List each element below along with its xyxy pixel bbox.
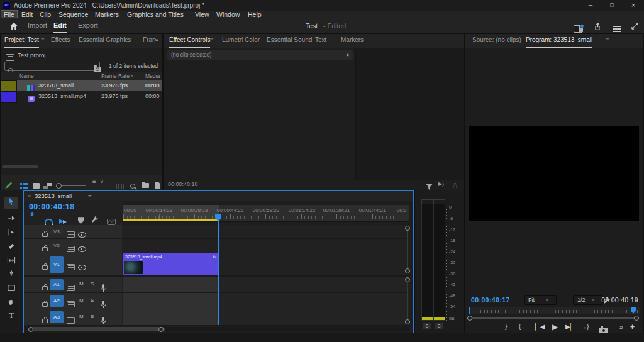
lock-icon[interactable] [42,228,48,239]
tab-essential-graphics[interactable]: Essential Graphics [79,34,131,47]
solo-button[interactable]: S [91,314,94,319]
track-content-a2[interactable] [123,293,409,309]
voiceover-mic-icon[interactable] [102,280,104,292]
label-color-chip[interactable] [1,91,17,103]
menu-view[interactable]: View [192,11,212,18]
nest-toggle-icon[interactable]: * [30,212,34,222]
timeline-zoom-right-handle[interactable] [158,327,164,332]
lock-icon[interactable] [42,281,48,292]
home-icon[interactable] [9,21,18,33]
menu-edit[interactable]: Edit [19,11,35,18]
clip-fx-badge[interactable]: fx [213,255,216,259]
filter-properties-icon[interactable] [426,181,433,190]
mute-button[interactable]: M [79,297,84,303]
effect-controls-menu-icon[interactable]: ≡ [210,34,214,47]
tool-hand[interactable] [4,297,18,310]
tool-razor[interactable] [4,241,18,254]
track-content-a3[interactable] [123,309,409,326]
list-view-icon[interactable] [20,180,28,190]
program-video-frame[interactable] [469,126,639,221]
tab-project[interactable]: Project: Test [4,34,39,48]
mute-button[interactable]: M [79,281,84,287]
automate-sequence-icon[interactable] [116,180,124,190]
freeform-view-icon[interactable] [43,180,52,190]
sync-lock-icon[interactable] [67,228,75,240]
menu-window[interactable]: Window [214,11,242,18]
zoom-level-select[interactable]: Fit [524,295,557,305]
solo-right-button[interactable]: S [435,323,443,329]
track-content-v2[interactable] [123,239,409,253]
tab-essential-sound[interactable]: Essential Sound [267,34,312,47]
column-name[interactable]: Name [19,72,34,80]
audio-scroll-bottom-handle[interactable] [405,319,410,324]
video-scroll-bottom-handle[interactable] [405,268,410,273]
zoom-bar-left-handle[interactable] [467,316,472,321]
column-frame-rate[interactable]: Frame Rate [101,72,130,80]
audio-track-scrollbar[interactable] [407,280,408,319]
close-sequence-icon[interactable]: × [28,191,31,201]
menu-graphics-titles[interactable]: Graphics and Titles [125,11,186,18]
tab-markers[interactable]: Markers [341,34,364,47]
lock-icon[interactable] [42,242,48,253]
play-around-icon[interactable]: ▶) [438,181,444,187]
timeline-ruler[interactable]: 00:00 00:00:14:23 00:00:29:23 00:00:44:2… [123,205,409,222]
track-target-a1[interactable]: A1 [50,279,64,290]
project-item-row[interactable]: 323513_small.mp4 23.976 fps 00:00 [1,91,162,102]
tab-program[interactable]: Program: 323513_small [526,34,592,48]
playback-resolution-select[interactable]: 1/2 [573,295,603,305]
track-target-v2[interactable]: V2 [50,242,64,249]
menu-clip[interactable]: Clip [37,11,53,18]
track-target-a3[interactable]: A3 [50,311,64,323]
expand-icon[interactable]: ▶ [347,50,350,60]
panel-overflow-icon[interactable]: » [155,34,158,47]
voiceover-mic-icon[interactable] [102,297,104,308]
menu-file[interactable]: File [1,11,17,18]
sort-chevron-icon[interactable]: ∨ [100,179,103,184]
voiceover-mic-icon[interactable] [102,313,104,324]
zoom-bar-right-handle[interactable] [634,316,639,321]
tab-source[interactable]: Source: (no clips) [472,34,521,47]
close-button[interactable]: × [623,0,644,11]
search-input[interactable] [4,62,100,71]
track-content-v3[interactable] [123,225,409,239]
tab-effects[interactable]: Effects [51,34,70,47]
scrubber-zoom-bar[interactable] [471,317,637,319]
mute-button[interactable]: M [79,314,84,319]
project-panel-menu-icon[interactable]: ≡ [41,34,45,47]
step-back-button[interactable]: ▏◀ [535,323,545,330]
track-target-v3[interactable]: V3 [50,228,64,235]
menu-sequence[interactable]: Sequence [56,11,91,18]
project-file-name[interactable]: Test.prproj [18,50,45,60]
tab-text[interactable]: Text [315,34,326,47]
video-scroll-top-handle[interactable] [405,226,410,231]
workspace-tab-export[interactable]: Export [78,18,98,32]
sequence-tab-label[interactable]: 323513_small [35,191,72,201]
tool-track-select-forward[interactable] [4,213,18,226]
icon-view-icon[interactable] [33,180,40,190]
timeline-clip[interactable]: 323513_small.mp4 fx [123,253,219,275]
sync-lock-icon[interactable] [67,282,75,293]
zoom-slider[interactable] [57,178,86,189]
sort-ascending-icon[interactable]: ∧ [130,72,133,80]
tab-truncated[interactable]: Fran [143,34,155,47]
workspaces-icon[interactable] [613,23,621,34]
maximize-button[interactable]: □ [601,0,623,11]
program-scrubber[interactable] [469,307,640,314]
new-bin-icon[interactable] [142,179,149,190]
timeline-horizontal-scrollbar[interactable] [26,327,409,331]
column-media[interactable]: Media [145,72,162,80]
play-button[interactable]: ▶ [552,323,558,331]
item-name[interactable]: 323513_small [38,80,74,91]
tab-effect-controls[interactable]: Effect Controls [169,34,210,48]
tab-lumetri-color[interactable]: Lumetri Color [222,34,260,47]
tool-pen[interactable] [4,269,18,282]
lock-icon[interactable] [42,314,48,325]
fullscreen-icon[interactable] [631,21,639,33]
workspace-tab-edit[interactable]: Edit [53,18,67,33]
transport-more-button[interactable]: » [619,323,623,331]
lock-icon[interactable] [42,260,48,272]
solo-button[interactable]: S [91,297,94,303]
item-name[interactable]: 323513_small.mp4 [38,91,86,102]
find-icon[interactable] [130,180,135,190]
audio-scroll-top-handle[interactable] [405,277,410,282]
